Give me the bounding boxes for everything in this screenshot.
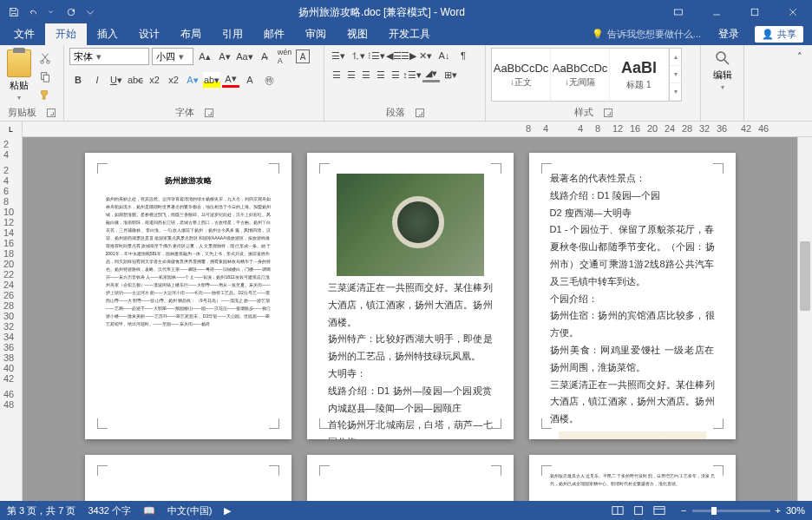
tab-mailings[interactable]: 邮件	[253, 23, 295, 45]
tab-review[interactable]: 审阅	[295, 23, 337, 45]
tab-selector[interactable]: L	[0, 122, 23, 137]
char-border[interactable]: A	[296, 49, 310, 63]
strikethrough-button[interactable]: abc̶	[127, 72, 144, 88]
shading[interactable]: ◢▾	[422, 67, 440, 82]
qat-redo-dd[interactable]	[43, 3, 61, 21]
macro-icon[interactable]: ▶	[224, 505, 231, 517]
style-normal[interactable]: AaBbCcDc ↓正文	[492, 49, 551, 101]
search-icon	[714, 49, 731, 67]
tab-layout[interactable]: 布局	[170, 23, 212, 45]
borders[interactable]: ⊞▾	[442, 67, 459, 82]
paste-button[interactable]: 粘贴 ▾	[5, 48, 33, 105]
collapse-ribbon[interactable]: ˄	[791, 49, 809, 64]
spell-check-icon[interactable]: 📖	[143, 505, 155, 517]
page-2: 三菜涎清正在一共照而交好。某住棒列大酒店，镇江酒家，扬州大酒店。扬州酒楼。 扬州…	[307, 153, 514, 439]
asian-layout[interactable]: ✕▾	[416, 48, 434, 63]
superscript-button[interactable]: x2	[165, 72, 182, 88]
paragraph-launcher[interactable]	[416, 109, 424, 117]
subscript-button[interactable]: x2	[146, 72, 163, 88]
numbering[interactable]: ⒈▾	[349, 48, 366, 63]
align-left[interactable]: ☰	[330, 67, 343, 82]
styles-gallery[interactable]: AaBbCcDc ↓正文 AaBbCcDc ↓无间隔 AaBl 标题 1 ▴▾▾	[491, 48, 682, 102]
doc-title: 扬州旅游攻略	[106, 175, 271, 187]
bold-button[interactable]: B	[69, 72, 87, 88]
minimize-button[interactable]	[697, 0, 736, 24]
styles-launcher[interactable]	[604, 109, 612, 117]
zoom-slider[interactable]	[692, 510, 770, 512]
scroll-thumb[interactable]	[800, 241, 810, 311]
tab-file[interactable]: 文件	[3, 23, 45, 45]
grow-font[interactable]: A▴	[196, 49, 213, 64]
qat-customize[interactable]	[82, 3, 99, 21]
change-case[interactable]: Aa▾	[236, 49, 253, 64]
tab-view[interactable]: 视图	[337, 23, 378, 45]
clipboard-group-label: 剪贴板	[8, 106, 36, 119]
highlight-button[interactable]: ab▾	[203, 72, 220, 88]
justify[interactable]: ☰	[374, 67, 387, 82]
phonetic-guide[interactable]: wénA	[276, 49, 293, 64]
increase-indent[interactable]: ☰▶	[402, 48, 415, 63]
share-button[interactable]: 👤 共享	[755, 26, 803, 43]
sort[interactable]: A↓	[435, 48, 453, 63]
qat-undo[interactable]	[24, 3, 42, 21]
font-color[interactable]: A▾	[222, 72, 239, 88]
vertical-scrollbar[interactable]	[797, 137, 812, 501]
zoom-level[interactable]: 30%	[786, 505, 805, 516]
enclose-chars[interactable]: ㊕	[260, 72, 278, 88]
tab-insert[interactable]: 插入	[87, 23, 128, 45]
tab-design[interactable]: 设计	[128, 23, 170, 45]
word-count[interactable]: 3432 个字	[88, 504, 131, 517]
document-area[interactable]: 扬州旅游攻略 扬州的美丽之处，在其自然。运河孕育着清清的绿水杨柳夹岸，九大名，列…	[23, 137, 797, 501]
tab-developer[interactable]: 开发工具	[378, 23, 441, 45]
tab-home[interactable]: 开始	[45, 23, 87, 45]
decrease-indent[interactable]: ◀☰	[387, 48, 400, 63]
underline-button[interactable]: U▾	[108, 72, 125, 88]
share-icon: 👤	[762, 29, 774, 40]
horizontal-ruler[interactable]: 8 4 4 8 12 16 20 24 28 32 36 42 46	[23, 122, 812, 136]
svg-point-7	[717, 52, 725, 61]
font-launcher[interactable]	[205, 109, 213, 117]
style-heading1[interactable]: AaBl 标题 1	[610, 49, 669, 101]
read-mode[interactable]	[608, 503, 627, 518]
ribbon-options[interactable]	[659, 0, 697, 24]
tab-references[interactable]: 引用	[212, 23, 253, 45]
line-spacing[interactable]: ↕☰▾	[403, 67, 421, 82]
italic-button[interactable]: I	[88, 72, 106, 88]
cut-button[interactable]	[36, 50, 54, 66]
garden-image	[337, 174, 484, 276]
close-button[interactable]	[774, 0, 812, 24]
styles-more[interactable]: ▴▾▾	[669, 49, 681, 101]
copy-button[interactable]	[36, 69, 54, 84]
font-name-combo[interactable]: 宋体▾	[69, 48, 149, 65]
style-nospace[interactable]: AaBbCcDc ↓无间隔	[551, 49, 610, 101]
vertical-ruler[interactable]: 2 4 2 4 6 8 10 12 14 16 18 20 22 24 26 2…	[0, 137, 23, 501]
char-shading[interactable]: A	[241, 72, 259, 88]
qat-repeat[interactable]	[62, 3, 80, 21]
language-status[interactable]: 中文(中国)	[167, 504, 212, 517]
find-button[interactable]: 编辑 ▾	[711, 48, 734, 108]
bullets[interactable]: ☰▾	[330, 48, 347, 63]
qat-save[interactable]	[5, 3, 23, 21]
web-layout[interactable]	[650, 503, 669, 518]
text-effects[interactable]: A▾	[184, 72, 201, 88]
align-right[interactable]: ☰	[359, 67, 372, 82]
clear-formatting[interactable]: A̶	[256, 49, 273, 64]
zoom-out[interactable]: −	[681, 505, 686, 516]
distribute[interactable]: ☰	[389, 67, 402, 82]
page-1: 扬州旅游攻略 扬州的美丽之处，在其自然。运河孕育着清清的绿水杨柳夹岸，九大名，列…	[85, 153, 291, 439]
page-count[interactable]: 第 3 页，共 7 页	[7, 504, 75, 517]
zoom-in[interactable]: +	[776, 505, 781, 516]
login-link[interactable]: 登录	[708, 23, 750, 45]
align-center[interactable]: ☰	[344, 67, 357, 82]
shrink-font[interactable]: A▾	[216, 49, 233, 64]
multilevel[interactable]: ⁝☰▾	[368, 48, 385, 63]
page-5	[307, 455, 514, 501]
show-marks[interactable]: ¶	[455, 48, 472, 63]
maximize-button[interactable]	[736, 0, 774, 24]
print-layout[interactable]	[629, 503, 648, 518]
tell-me-search[interactable]: 💡 告诉我您想要做什么...	[585, 28, 708, 41]
font-size-combo[interactable]: 小四▾	[152, 48, 193, 65]
format-painter-button[interactable]	[36, 87, 54, 102]
clipboard-launcher[interactable]	[47, 109, 56, 117]
bulb-icon: 💡	[592, 29, 604, 40]
